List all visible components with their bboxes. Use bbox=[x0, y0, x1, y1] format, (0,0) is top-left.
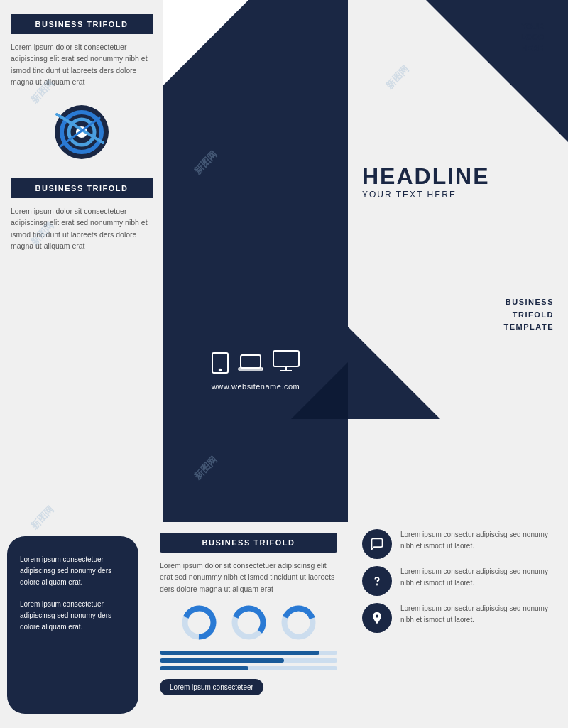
sub-headline: YOUR TEXT HERE bbox=[362, 190, 554, 200]
progress-bar-fill-3 bbox=[160, 666, 248, 670]
progress-bar-bg-3 bbox=[160, 666, 337, 670]
donut-chart-row bbox=[160, 603, 337, 642]
icon-row-2: Lorem ipsum consectur adipiscisg sed non… bbox=[362, 566, 557, 596]
svg-rect-9 bbox=[239, 368, 263, 370]
lorem-pill: Lorem ipsum consecteteer bbox=[160, 679, 263, 695]
chat-icon-circle bbox=[362, 529, 392, 559]
laptop-icon bbox=[238, 354, 263, 374]
bottom-section: Lorem ipsum consectetuer adipiscinsg sed… bbox=[0, 522, 568, 728]
right-panel: YOURLOGOHERE HEADLINE YOUR TEXT HERE BUS… bbox=[348, 0, 568, 419]
body-text-2: Lorem ipsum dolor sit consectetuer adipi… bbox=[11, 205, 153, 251]
rounded-box-text-2: Lorem ipsum consectetuer adipiscinsg sed… bbox=[20, 599, 126, 633]
triangle-decoration-1 bbox=[163, 0, 248, 85]
icon-row-3: Lorem ipsum consectur adipiscisg sed non… bbox=[362, 603, 557, 633]
right-triangle-bottom bbox=[348, 327, 440, 419]
title-bar-1: BUSINESS TRIFOLD bbox=[11, 14, 153, 34]
location-icon-circle bbox=[362, 603, 392, 633]
bottom-body-text: Lorem ipsum dolor sit consectetuer adipi… bbox=[160, 560, 337, 594]
svg-point-19 bbox=[377, 585, 378, 585]
progress-bar-fill-2 bbox=[160, 658, 284, 663]
donut-chart-3 bbox=[279, 603, 318, 642]
icon-text-2: Lorem ipsum consectur adipiscisg sed non… bbox=[400, 566, 557, 588]
website-url: www.websitename.com bbox=[212, 382, 300, 391]
bottom-title-bar: BUSINESS TRIFOLD bbox=[160, 533, 337, 553]
middle-center-dark bbox=[163, 419, 348, 522]
svg-point-7 bbox=[219, 369, 222, 371]
body-text-1: Lorem ipsum dolor sit consectetuer adipi… bbox=[11, 41, 153, 87]
question-icon bbox=[370, 574, 384, 588]
device-icons bbox=[211, 349, 300, 374]
bottom-right-panel: Lorem ipsum consectur adipiscisg sed non… bbox=[351, 522, 568, 728]
trifold-label: BUSINESSTRIFOLDTEMPLATE bbox=[504, 296, 554, 334]
progress-bar-bg-2 bbox=[160, 658, 337, 663]
donut-chart-1 bbox=[180, 603, 219, 642]
title-bar-2: BUSINESS TRIFOLD bbox=[11, 178, 153, 198]
logo-placeholder: YOURLOGOHERE bbox=[511, 14, 554, 61]
middle-right-gap bbox=[348, 419, 568, 522]
headline-area: HEADLINE YOUR TEXT HERE bbox=[362, 163, 554, 200]
bottom-left-panel: Lorem ipsum consectetuer adipiscinsg sed… bbox=[0, 522, 146, 728]
icon-text-1: Lorem ipsum consectur adipiscisg sed non… bbox=[400, 529, 557, 551]
question-icon-circle bbox=[362, 566, 392, 596]
main-headline: HEADLINE bbox=[362, 163, 554, 190]
tablet-icon bbox=[211, 352, 229, 374]
middle-section bbox=[0, 419, 568, 522]
icon-text-3: Lorem ipsum consectur adipiscisg sed non… bbox=[400, 603, 557, 625]
location-icon bbox=[370, 611, 384, 625]
donut-chart-2 bbox=[229, 603, 268, 642]
svg-rect-8 bbox=[241, 355, 261, 368]
dark-rounded-card: Lorem ipsum consectetuer adipiscinsg sed… bbox=[7, 536, 138, 714]
triangle-decoration-2 bbox=[291, 362, 348, 419]
progress-bar-fill-1 bbox=[160, 651, 320, 655]
progress-bar-bg-1 bbox=[160, 651, 337, 655]
left-panel: BUSINESS TRIFOLD Lorem ipsum dolor sit c… bbox=[0, 0, 163, 419]
chat-icon bbox=[370, 537, 384, 551]
middle-panel: www.websitename.com bbox=[163, 0, 348, 419]
progress-bar-group bbox=[160, 651, 337, 670]
brand-logo-icon bbox=[50, 100, 114, 164]
logo-text: YOURLOGOHERE bbox=[521, 22, 544, 53]
middle-left-gap bbox=[0, 419, 163, 522]
top-section: BUSINESS TRIFOLD Lorem ipsum dolor sit c… bbox=[0, 0, 568, 419]
bottom-center-panel: BUSINESS TRIFOLD Lorem ipsum dolor sit c… bbox=[146, 522, 351, 728]
rounded-box-text-1: Lorem ipsum consectetuer adipiscinsg sed… bbox=[20, 554, 126, 588]
icon-row-1: Lorem ipsum consectur adipiscisg sed non… bbox=[362, 529, 557, 559]
